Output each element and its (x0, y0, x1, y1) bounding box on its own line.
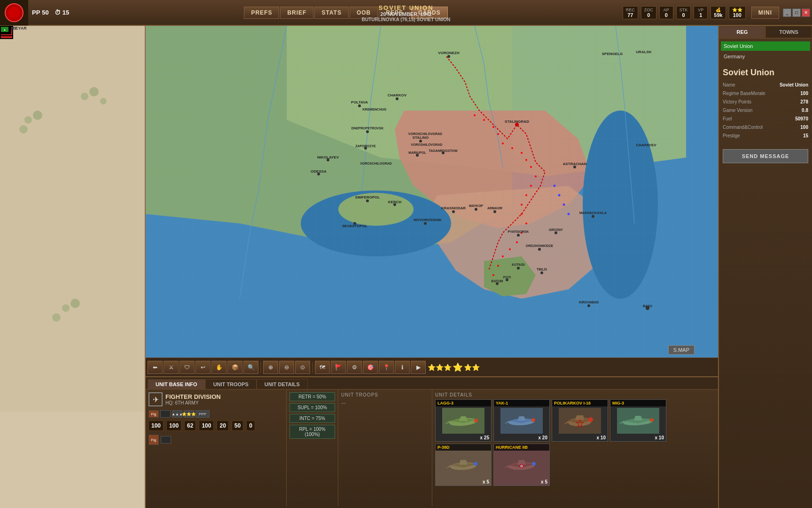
tool-zoom-in[interactable]: ⊕ (263, 361, 278, 374)
unit-ppp: PPP (195, 410, 210, 418)
yak1-count: x 20 (539, 435, 547, 440)
svg-point-146 (532, 462, 536, 466)
info-fuel: Fuel 50970 (723, 115, 808, 123)
tab-reg[interactable]: REG (719, 26, 765, 38)
svg-point-20 (447, 55, 450, 58)
nav-buttons: PREFS BRIEF STATS OOB SOVIET UNION 20 NO… (73, 7, 618, 19)
svg-point-57 (530, 166, 532, 168)
tool-pin[interactable]: 📍 (379, 361, 394, 374)
svg-point-38 (554, 231, 557, 234)
svg-point-70 (554, 185, 556, 187)
tool-center[interactable]: ⊙ (295, 361, 310, 374)
tool-flag[interactable]: 🚩 (331, 361, 346, 374)
svg-text:KRASNODAR: KRASNODAR (441, 206, 466, 210)
svg-point-50 (483, 119, 485, 121)
svg-text:STALINO: STALINO (413, 135, 429, 140)
stats-button[interactable]: STATS (314, 7, 349, 19)
close-button[interactable]: ✕ (802, 8, 810, 17)
minimize-button[interactable]: _ (783, 8, 791, 17)
tool-defend[interactable]: 🛡 (180, 361, 195, 374)
tab-unit-base-info[interactable]: UNIT BASE INFO (148, 379, 205, 389)
svg-text:NIKOLAYEV: NIKOLAYEV (317, 155, 339, 159)
svg-text:VORONEZH: VORONEZH (438, 51, 460, 55)
stat-0: 0 (246, 421, 255, 431)
rec-stat: REC 77 (623, 6, 638, 19)
svg-point-61 (521, 204, 523, 206)
country-info: Soviet Union Name Soviet Union Regime Ba… (719, 64, 812, 144)
svg-text:VOROSCHILOGRAD: VOROSCHILOGRAD (360, 162, 392, 165)
svg-point-52 (497, 133, 499, 135)
aircraft-p39d[interactable]: P-39D x (435, 444, 492, 486)
retr-stat: RETR = 50% (289, 392, 335, 401)
stat-100c: 100 (199, 421, 214, 431)
svg-point-68 (497, 265, 499, 267)
tool-retreat[interactable]: ↩ (195, 361, 211, 374)
unit-name-block: ✈ FIGHTER DIVISION HQ: 6TH ARMY (148, 392, 283, 406)
svg-point-43 (540, 271, 543, 274)
tool-map[interactable]: 🗺 (315, 361, 330, 374)
svg-point-149 (521, 465, 523, 467)
svg-point-44 (517, 267, 520, 270)
unit-stats-row: 100 100 62 100 20 (148, 421, 283, 431)
svg-point-9 (52, 313, 61, 322)
unit-hq: HQ: 6TH ARMY (165, 400, 221, 405)
rpl-stat: RPL = 100%(100%) (289, 425, 335, 439)
svg-text:BATUM: BATUM (492, 279, 503, 283)
tab-unit-troops[interactable]: UNIT TROOPS (205, 379, 257, 389)
info-game-version: Game Version 0.8 (723, 107, 808, 114)
svg-text:TBILIS: TBILIS (537, 268, 547, 271)
aircraft-grid: LAGG-3 (435, 399, 715, 486)
aircraft-lagg3[interactable]: LAGG-3 (435, 399, 492, 442)
turns-value: 15 (62, 9, 69, 16)
tool-info[interactable]: ℹ (395, 361, 410, 374)
tool-hold[interactable]: ✋ (211, 361, 226, 374)
aircraft-mig3[interactable]: MIG-3 x (610, 399, 666, 442)
tab-unit-details[interactable]: UNIT DETAILS (257, 379, 308, 389)
svg-point-4 (81, 93, 88, 100)
aircraft-hurricane[interactable]: HURRICANE IIB (493, 444, 550, 486)
svg-point-63 (525, 222, 527, 224)
country-germany[interactable]: Germany (721, 52, 810, 61)
tool-zoom-out[interactable]: ⊖ (279, 361, 294, 374)
svg-point-121 (531, 418, 535, 422)
star-stat: ⭐⭐ 100 (729, 6, 746, 19)
toolbar-sep-2 (312, 362, 313, 373)
tool-attack[interactable]: ⚔ (164, 361, 179, 374)
svg-point-22 (358, 104, 361, 107)
prefs-button[interactable]: PREFS (244, 7, 279, 19)
intc-stat: INTC = 75% (289, 414, 335, 423)
tool-target[interactable]: 🎯 (363, 361, 378, 374)
tool-move[interactable]: ⬅ (148, 361, 163, 374)
center-display: SOVIET UNION 20 NOVEMBER, 1942 BUTURLINO… (362, 0, 451, 26)
right-panel: REG TOWNS Soviet Union Germany Soviet Un… (718, 26, 812, 508)
aircraft-yak1[interactable]: YAK-1 x (493, 399, 550, 442)
svg-rect-0 (0, 26, 146, 412)
mini-button[interactable]: MINI (751, 7, 779, 19)
unit-g1[interactable]: ▲ (0, 26, 9, 33)
brief-button[interactable]: BRIEF (280, 7, 313, 19)
hurricane-count: x 5 (541, 479, 547, 484)
tool-recon[interactable]: 🔍 (243, 361, 258, 374)
maximize-button[interactable]: □ (792, 8, 801, 17)
aircraft-i16[interactable]: POLIKARKOV I-16 (552, 399, 608, 442)
send-message-button[interactable]: SEND MESSAGE (723, 149, 808, 163)
tool-settings[interactable]: ⚙ (347, 361, 362, 374)
tab-towns[interactable]: TOWNS (765, 26, 812, 38)
tool-supply[interactable]: 📦 (227, 361, 242, 374)
svg-point-115 (474, 419, 478, 422)
svg-point-69 (492, 274, 494, 276)
smap-button[interactable]: S.MAP (668, 345, 695, 355)
svg-point-51 (492, 126, 494, 128)
country-name-heading: Soviet Union (723, 68, 808, 78)
lagg3-label: LAGG-3 (436, 400, 491, 406)
map-canvas[interactable]: VORONEZH CHARKOV POLTAVA STALINO STALING… (146, 26, 718, 357)
tool-next[interactable]: ▶ (411, 361, 426, 374)
unit-fig-2: Fig (148, 435, 159, 445)
bottom-panel: UNIT BASE INFO UNIT TROOPS UNIT DETAILS … (146, 376, 718, 508)
country-soviet-union[interactable]: Soviet Union (721, 41, 810, 51)
svg-marker-144 (517, 460, 526, 465)
svg-point-67 (502, 255, 504, 257)
svg-text:STALINGRAD: STALINGRAD (505, 119, 529, 124)
svg-text:CHARKOV: CHARKOV (388, 93, 407, 97)
svg-text:ASTRACHAN: ASTRACHAN (563, 162, 587, 166)
